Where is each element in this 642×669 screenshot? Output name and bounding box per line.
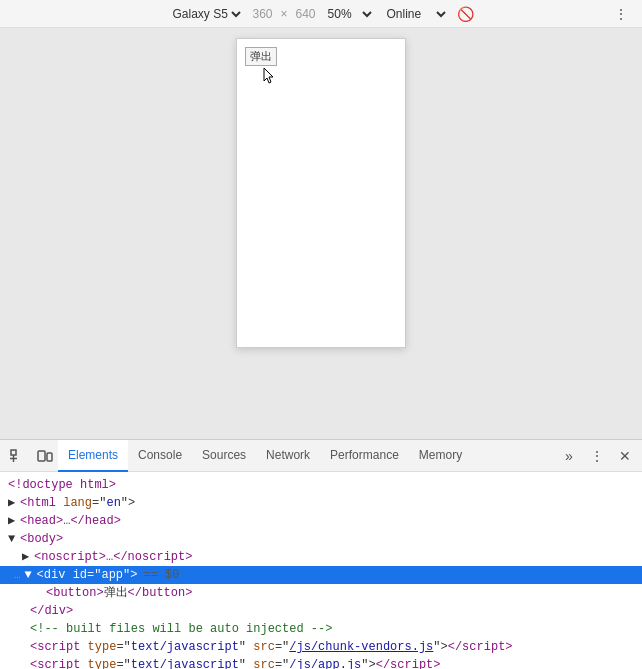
device-icon xyxy=(37,448,53,464)
device-frame: 弹出 xyxy=(236,38,406,348)
zoom-selector[interactable]: 50% 75% 100% xyxy=(324,6,375,22)
device-selector[interactable]: Galaxy S5 iPhone X iPad xyxy=(168,6,244,22)
line-doctype[interactable]: <!doctype html> xyxy=(0,476,642,494)
line-script1[interactable]: <script type="text/javascript" src="/js/… xyxy=(0,638,642,656)
line-script2[interactable]: <script type="text/javascript" src="/js/… xyxy=(0,656,642,669)
tab-elements[interactable]: Elements xyxy=(58,440,128,472)
devtools-tabs-bar: Elements Console Sources Network Perform… xyxy=(0,440,642,472)
inspect-element-button[interactable] xyxy=(4,443,30,469)
line-html[interactable]: ▶ <html lang="en"> xyxy=(0,494,642,512)
close-devtools-button[interactable]: ✕ xyxy=(612,443,638,469)
devtools-left-icons xyxy=(0,443,58,469)
line-button[interactable]: <button>弹出</button> xyxy=(0,584,642,602)
no-sim-icon: 🚫 xyxy=(457,6,474,22)
network-selector[interactable]: Online Offline Slow 3G Fast 3G xyxy=(383,6,449,22)
device-toolbar: Galaxy S5 iPhone X iPad 360 × 640 50% 75… xyxy=(0,0,642,28)
line-div-close[interactable]: </div> xyxy=(0,602,642,620)
tab-performance[interactable]: Performance xyxy=(320,440,409,472)
html-tree: <!doctype html> ▶ <html lang="en"> ▶ <he… xyxy=(0,472,642,669)
tab-network[interactable]: Network xyxy=(256,440,320,472)
device-toggle-button[interactable] xyxy=(32,443,58,469)
svg-rect-3 xyxy=(38,451,45,461)
devtools-right-icons: » ⋮ ✕ xyxy=(556,443,642,469)
height-value: 640 xyxy=(296,7,316,21)
svg-rect-0 xyxy=(11,450,16,455)
line-head[interactable]: ▶ <head>…</head> xyxy=(0,512,642,530)
line-body-open[interactable]: ▼ <body> xyxy=(0,530,642,548)
devtools-panel: Elements Console Sources Network Perform… xyxy=(0,439,642,669)
width-value: 360 xyxy=(252,7,272,21)
tab-sources[interactable]: Sources xyxy=(192,440,256,472)
device-popup-button[interactable]: 弹出 xyxy=(245,47,277,66)
dimension-x: × xyxy=(280,7,287,21)
line-noscript[interactable]: ▶ <noscript>…</noscript> xyxy=(0,548,642,566)
more-tabs-button[interactable]: » xyxy=(556,443,582,469)
tab-console[interactable]: Console xyxy=(128,440,192,472)
line-comment[interactable]: <!-- built files will be auto injected -… xyxy=(0,620,642,638)
devtools-menu-button[interactable]: ⋮ xyxy=(584,443,610,469)
preview-area: 弹出 xyxy=(0,28,642,439)
line-div-app[interactable]: … ▼ <div id="app"> == $0 xyxy=(0,566,642,584)
cursor-icon xyxy=(263,67,275,85)
tab-memory[interactable]: Memory xyxy=(409,440,472,472)
inspect-icon xyxy=(9,448,25,464)
more-options-button[interactable]: ⋮ xyxy=(608,1,634,27)
svg-rect-4 xyxy=(47,453,52,461)
